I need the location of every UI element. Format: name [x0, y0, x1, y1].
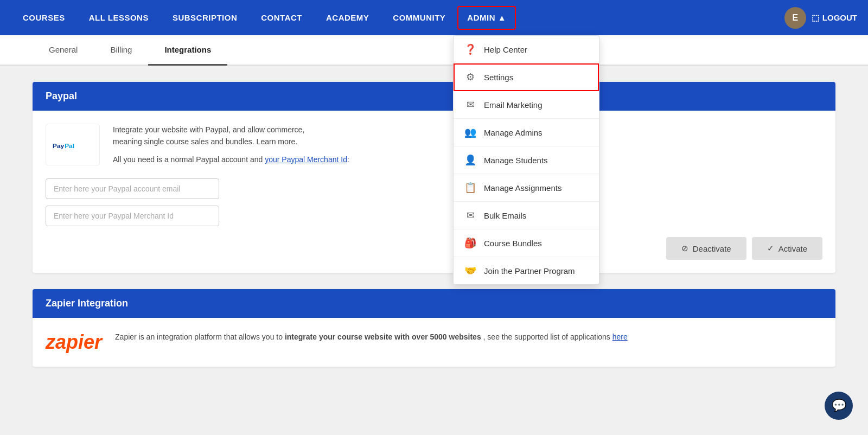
partner-label: Join the Partner Program: [484, 266, 575, 276]
help-icon: ❓: [464, 43, 476, 55]
nav-right: E ⬚ LOGOUT: [784, 7, 857, 29]
nav-contact[interactable]: CONTACT: [249, 0, 314, 35]
dropdown-email-marketing[interactable]: ✉ Email Marketing: [454, 91, 599, 119]
zapier-strong-text: integrate your course website with over …: [285, 332, 481, 341]
nav-all-lessons[interactable]: ALL LESSONS: [77, 0, 161, 35]
dropdown-manage-assignments[interactable]: 📋 Manage Assignments: [454, 174, 599, 202]
admin-dropdown: ❓ Help Center ⚙ Settings ✉ Email Marketi…: [453, 35, 599, 285]
dropdown-bulk-emails[interactable]: ✉ Bulk Emails: [454, 202, 599, 229]
svg-text:Pal: Pal: [65, 142, 74, 149]
activate-button[interactable]: ✓ Activate: [752, 237, 822, 260]
dropdown-course-bundles[interactable]: 🎒 Course Bundles: [454, 229, 599, 257]
zapier-here-link[interactable]: here: [612, 332, 628, 341]
paypal-section: Paypal Pay Pal Integrate your website wi…: [33, 82, 835, 273]
bulk-emails-icon: ✉: [464, 209, 476, 221]
paypal-info: Pay Pal Integrate your website with Payp…: [46, 124, 822, 165]
manage-students-label: Manage Students: [484, 156, 548, 165]
zapier-logo: zapier: [46, 331, 102, 354]
nav-subscription[interactable]: SUBSCRIPTION: [161, 0, 249, 35]
paypal-description: Integrate your website with Paypal, and …: [113, 124, 349, 165]
zapier-desc-text: Zapier is an integration platform that a…: [115, 332, 283, 341]
manage-admins-label: Manage Admins: [484, 128, 542, 137]
svg-text:Pay: Pay: [53, 142, 64, 149]
zapier-header: Zapier Integration: [33, 289, 835, 318]
nav-courses[interactable]: COURSES: [11, 0, 77, 35]
bulk-emails-label: Bulk Emails: [484, 211, 526, 220]
logout-label: LOGOUT: [822, 13, 857, 22]
paypal-merchant-input[interactable]: [46, 206, 219, 226]
manage-students-icon: 👤: [464, 154, 476, 166]
deactivate-icon: ⊘: [681, 244, 688, 253]
activate-label: Activate: [778, 244, 807, 253]
dropdown-partner-program[interactable]: 🤝 Join the Partner Program: [454, 257, 599, 284]
paypal-header: Paypal: [33, 82, 835, 111]
email-marketing-label: Email Marketing: [484, 100, 542, 110]
paypal-email-input[interactable]: [46, 178, 219, 199]
partner-icon: 🤝: [464, 265, 476, 277]
nav-links: COURSES ALL LESSONS SUBSCRIPTION CONTACT…: [11, 0, 784, 35]
chat-bubble[interactable]: 💬: [825, 392, 853, 420]
dropdown-help-center[interactable]: ❓ Help Center: [454, 36, 599, 63]
dropdown-manage-admins[interactable]: 👥 Manage Admins: [454, 119, 599, 146]
nav-admin[interactable]: ADMIN ▲: [457, 6, 516, 30]
manage-admins-icon: 👥: [464, 126, 476, 138]
manage-assignments-label: Manage Assignments: [484, 183, 561, 193]
settings-label: Settings: [484, 73, 513, 82]
course-bundles-label: Course Bundles: [484, 239, 542, 248]
paypal-logo-box: Pay Pal: [46, 124, 100, 165]
settings-icon: ⚙: [464, 71, 476, 83]
zapier-description: Zapier is an integration platform that a…: [115, 331, 628, 354]
course-bundles-icon: 🎒: [464, 237, 476, 249]
zapier-after-text: , see the supported list of applications: [483, 332, 610, 341]
dropdown-manage-students[interactable]: 👤 Manage Students: [454, 146, 599, 174]
main-content: Paypal Pay Pal Integrate your website wi…: [0, 66, 868, 399]
merchant-id-link[interactable]: your Paypal Merchant Id: [265, 155, 347, 164]
activate-icon: ✓: [767, 244, 774, 253]
help-center-label: Help Center: [484, 45, 527, 54]
paypal-body: Pay Pal Integrate your website with Payp…: [33, 111, 835, 273]
nav-academy[interactable]: ACADEMY: [314, 0, 381, 35]
manage-assignments-icon: 📋: [464, 182, 476, 194]
dropdown-settings[interactable]: ⚙ Settings: [454, 63, 599, 91]
tab-integrations[interactable]: Integrations: [148, 35, 227, 66]
chat-icon: 💬: [832, 399, 846, 413]
logout-icon: ⬚: [812, 13, 819, 23]
zapier-body: zapier Zapier is an integration platform…: [33, 318, 835, 367]
deactivate-button[interactable]: ⊘ Deactivate: [666, 237, 746, 260]
email-marketing-icon: ✉: [464, 99, 476, 111]
navbar: COURSES ALL LESSONS SUBSCRIPTION CONTACT…: [0, 0, 868, 35]
tab-billing[interactable]: Billing: [94, 35, 148, 66]
zapier-section: Zapier Integration zapier Zapier is an i…: [33, 289, 835, 367]
nav-community[interactable]: COMMUNITY: [381, 0, 457, 35]
tabs-bar: General Billing Integrations: [0, 35, 868, 66]
user-avatar: E: [784, 7, 806, 29]
deactivate-label: Deactivate: [693, 244, 731, 253]
paypal-actions: ⊘ Deactivate ✓ Activate: [46, 237, 822, 260]
logout-button[interactable]: ⬚ LOGOUT: [812, 13, 857, 23]
zapier-info: zapier Zapier is an integration platform…: [46, 331, 822, 354]
tab-general[interactable]: General: [33, 35, 94, 66]
